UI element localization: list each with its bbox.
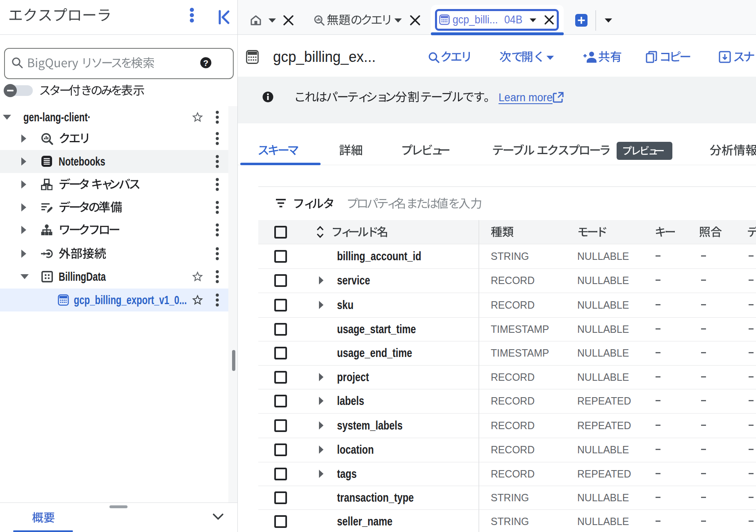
svg-text:?: ? bbox=[203, 58, 209, 68]
